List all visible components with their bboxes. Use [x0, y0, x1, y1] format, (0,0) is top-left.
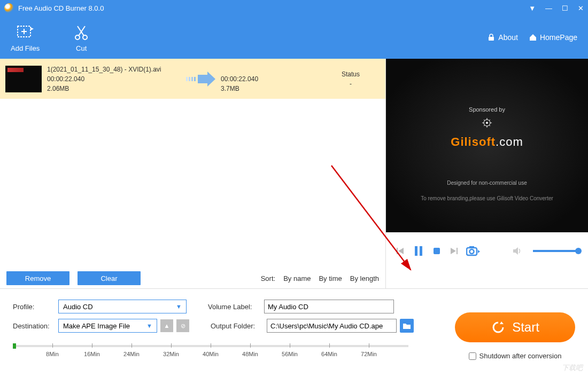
- file-source-info: 1(2021_01_11_15_30_48) - XVID(1).avi 00:…: [47, 65, 186, 93]
- eject-button[interactable]: ▲: [160, 319, 173, 332]
- start-label: Start: [512, 320, 539, 335]
- profile-combo[interactable]: Audio CD▼: [58, 300, 187, 313]
- file-row[interactable]: 1(2021_01_11_15_30_48) - XVID(1).avi 00:…: [0, 59, 385, 99]
- sponsored-label: Sponsored by: [469, 106, 505, 113]
- disc-timeline[interactable]: 8Min16Min24Min32Min40Min48Min56Min64Min7…: [13, 343, 408, 365]
- timeline-tick: [211, 343, 211, 348]
- minimize-button[interactable]: —: [545, 4, 552, 12]
- convert-arrow-icon: [186, 72, 221, 87]
- sort-by-name[interactable]: By name: [283, 274, 311, 282]
- add-files-label: Add Files: [11, 44, 40, 52]
- clear-button[interactable]: Clear: [78, 271, 141, 285]
- destination-combo[interactable]: Make APE Image File▼: [58, 319, 157, 333]
- timeline-label: 8Min: [46, 351, 59, 357]
- timeline-label: 56Min: [282, 351, 298, 357]
- svg-rect-22: [397, 248, 398, 254]
- svg-point-28: [470, 249, 474, 254]
- shutdown-checkbox[interactable]: [469, 352, 476, 360]
- toolbar: Add Files Cut About HomePage: [0, 16, 588, 59]
- file-status: Status -: [332, 69, 369, 89]
- svg-rect-24: [420, 246, 422, 256]
- app-title: Free Audio CD Burner 8.0.0: [18, 4, 104, 12]
- file-name: 1(2021_01_11_15_30_48) - XVID(1).avi: [47, 65, 186, 74]
- titlebar: Free Audio CD Burner 8.0.0 ▼ — ☐ ✕: [0, 0, 588, 16]
- timeline-tick: [92, 343, 92, 348]
- svg-rect-9: [189, 77, 190, 81]
- output-folder-input[interactable]: [267, 319, 397, 333]
- close-button[interactable]: ✕: [578, 4, 584, 12]
- add-files-icon: [16, 23, 35, 42]
- maximize-button[interactable]: ☐: [562, 4, 568, 12]
- timeline-label: 32Min: [163, 351, 179, 357]
- sort-controls: Sort: By name By time By length: [261, 274, 379, 282]
- bottom-panel: Profile: Audio CD▼ Volume Label: Destina…: [0, 288, 588, 377]
- start-button[interactable]: Start: [455, 312, 575, 342]
- timeline-tick: [290, 343, 290, 348]
- remove-branding-text: To remove branding,please use Gilisoft V…: [421, 195, 553, 201]
- timeline-label: 72Min: [361, 351, 377, 357]
- cut-label: Cut: [76, 44, 87, 52]
- volume-label-text: Volume Label:: [208, 303, 264, 311]
- designed-text: Designed for non-commercial use: [447, 180, 527, 186]
- gear-icon: [482, 118, 492, 128]
- list-actions: Remove Clear Sort: By name By time By le…: [0, 266, 385, 288]
- cut-icon: [72, 23, 91, 42]
- svg-line-18: [484, 120, 485, 121]
- svg-rect-8: [186, 77, 188, 81]
- shutdown-checkbox-row[interactable]: Shutdown after conversion: [469, 352, 562, 360]
- snapshot-button[interactable]: [466, 246, 480, 256]
- timeline-tick: [131, 343, 132, 348]
- timeline-tick: [329, 343, 330, 348]
- main-area: 1(2021_01_11_15_30_48) - XVID(1).avi 00:…: [0, 59, 588, 288]
- file-output-info: 00:00:22.040 3.7MB: [221, 65, 312, 93]
- stop-button[interactable]: [432, 246, 442, 256]
- pause-button[interactable]: [413, 245, 424, 257]
- sort-by-time[interactable]: By time: [319, 274, 342, 282]
- lock-icon: [487, 33, 496, 42]
- homepage-link[interactable]: HomePage: [529, 33, 577, 42]
- volume-slider[interactable]: [533, 250, 578, 252]
- svg-rect-10: [191, 77, 193, 81]
- browse-folder-button[interactable]: [400, 319, 414, 333]
- svg-line-20: [484, 125, 485, 126]
- app-logo-icon: [4, 3, 14, 13]
- timeline-label: 16Min: [84, 351, 100, 357]
- add-files-button[interactable]: Add Files: [11, 23, 40, 52]
- sort-label: Sort:: [261, 274, 275, 282]
- brand-text: Gilisoft.com: [451, 135, 523, 149]
- file-out-duration: 00:00:22.040: [221, 74, 312, 84]
- erase-button[interactable]: ⊘: [176, 319, 189, 332]
- sort-by-length[interactable]: By length: [350, 274, 379, 282]
- svg-rect-23: [415, 246, 417, 256]
- svg-rect-11: [194, 77, 196, 81]
- destination-label: Destination:: [13, 322, 58, 330]
- player-controls: [386, 232, 588, 270]
- svg-line-6: [78, 26, 84, 36]
- timeline-progress: [13, 343, 16, 349]
- file-out-size: 3.7MB: [221, 84, 312, 93]
- dropdown-icon[interactable]: ▼: [529, 4, 536, 12]
- output-folder-label: Output Folder:: [211, 322, 267, 330]
- timeline-tick: [52, 343, 53, 348]
- timeline-label: 40Min: [203, 351, 219, 357]
- about-link[interactable]: About: [487, 33, 518, 42]
- chevron-down-icon: ▼: [176, 303, 182, 310]
- svg-point-13: [486, 122, 488, 124]
- svg-line-21: [489, 120, 490, 121]
- svg-rect-25: [434, 248, 440, 254]
- next-button[interactable]: [449, 246, 459, 256]
- home-icon: [529, 33, 537, 42]
- profile-label: Profile:: [13, 303, 58, 311]
- preview-panel: Sponsored by Gilisoft.com Designed for n…: [386, 59, 588, 288]
- status-header: Status: [332, 69, 369, 79]
- timeline-label: 64Min: [321, 351, 337, 357]
- timeline-label: 24Min: [123, 351, 140, 357]
- cut-button[interactable]: Cut: [72, 23, 91, 52]
- volume-icon[interactable]: [513, 246, 523, 256]
- volume-label-input[interactable]: [264, 300, 394, 313]
- watermark: 下载吧: [562, 363, 583, 373]
- timeline-tick: [171, 343, 172, 348]
- remove-button[interactable]: Remove: [6, 271, 69, 285]
- timeline-tick: [250, 343, 251, 348]
- prev-button[interactable]: [396, 246, 405, 256]
